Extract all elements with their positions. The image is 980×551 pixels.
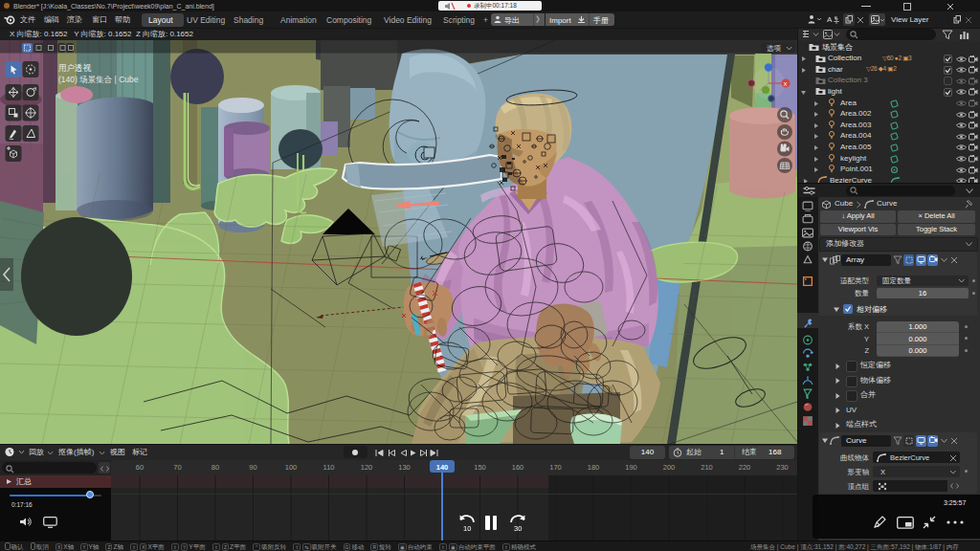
svg-text:10: 10 bbox=[463, 524, 471, 533]
svg-text:用户透视: 用户透视 bbox=[58, 63, 92, 73]
svg-text:X: X bbox=[784, 81, 788, 87]
svg-text:选项: 选项 bbox=[767, 44, 782, 53]
svg-text:30: 30 bbox=[514, 524, 522, 533]
svg-text:(140) 场景集合 | Cube: (140) 场景集合 | Cube bbox=[58, 75, 139, 84]
